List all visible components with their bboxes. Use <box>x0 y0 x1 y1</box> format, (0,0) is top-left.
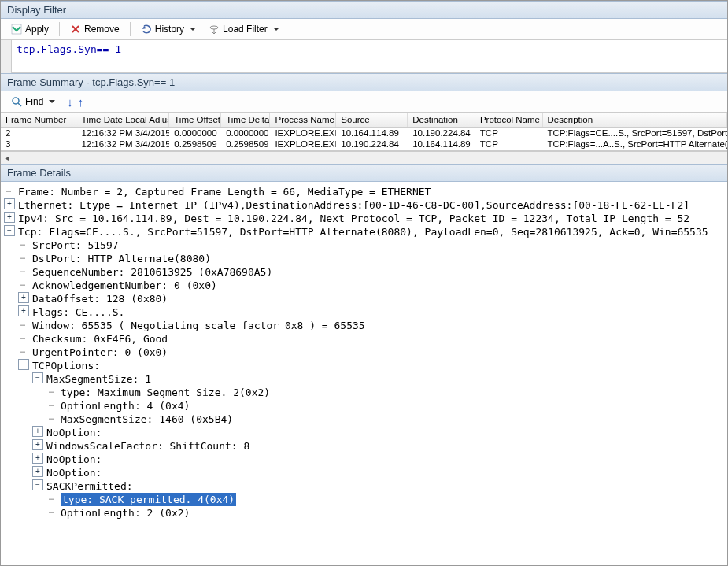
cell-frame-number: 3 <box>1 139 76 150</box>
tree-leaf-icon <box>18 319 29 330</box>
tree-node-sack-type[interactable]: type: SACK permitted. 4(0x4) <box>4 493 727 506</box>
tree-node-dataoffset[interactable]: +DataOffset: 128 (0x80) <box>4 292 727 305</box>
tree-node-tcp[interactable]: −Tcp: Flags=CE....S., SrcPort=51597, Dst… <box>4 225 727 239</box>
tree-expand-icon[interactable]: + <box>4 198 15 209</box>
col-delta[interactable]: Time Delta <box>221 113 270 127</box>
frame-details-title: Frame Details <box>1 164 727 182</box>
tree-expand-icon[interactable]: + <box>4 212 15 223</box>
tree-node-tcpoptions[interactable]: −TCPOptions: <box>4 359 727 372</box>
tree-node-sack-len[interactable]: OptionLength: 2 (0x2) <box>4 506 727 520</box>
selected-field: type: SACK permitted. 4(0x4) <box>61 493 236 506</box>
tree-leaf-icon <box>46 506 57 517</box>
tree-node-mss-type[interactable]: type: Maximum Segment Size. 2(0x2) <box>4 386 727 399</box>
apply-button[interactable]: Apply <box>6 21 54 37</box>
tree-node-mss-len[interactable]: OptionLength: 4 (0x4) <box>4 399 727 412</box>
col-time[interactable]: Time Date Local Adjusted <box>76 113 169 127</box>
cell-offset: 0.2598509 <box>169 139 221 150</box>
dropdown-caret-icon <box>273 28 279 31</box>
history-label: History <box>155 24 184 35</box>
tree-node-srcport[interactable]: SrcPort: 51597 <box>4 239 727 252</box>
cell-description: TCP:Flags=CE....S., SrcPort=51597, DstPo… <box>542 128 727 139</box>
frame-summary-title: Frame Summary - tcp.Flags.Syn== 1 <box>1 73 727 91</box>
tree-expand-icon[interactable]: + <box>18 305 29 316</box>
cell-protocol: TCP <box>475 128 543 139</box>
cell-delta: 0.0000000 <box>221 128 270 139</box>
svg-point-3 <box>210 26 218 29</box>
tree-leaf-icon <box>4 185 15 196</box>
tree-expand-icon[interactable]: + <box>32 439 43 450</box>
history-button[interactable]: History <box>135 21 201 37</box>
tree-node-ack[interactable]: AcknowledgementNumber: 0 (0x0) <box>4 279 727 292</box>
find-prev-button[interactable]: ↑ <box>78 96 84 108</box>
tree-node-frame[interactable]: Frame: Number = 2, Captured Frame Length… <box>4 185 727 198</box>
cell-frame-number: 2 <box>1 128 76 139</box>
tree-node-dstport[interactable]: DstPort: HTTP Alternate(8080) <box>4 252 727 265</box>
load-filter-button[interactable]: Load Filter <box>203 21 285 37</box>
find-next-button[interactable]: ↓ <box>67 96 73 108</box>
cell-protocol: TCP <box>475 139 543 150</box>
filter-expression-input[interactable]: tcp.Flags.Syn== 1 <box>12 40 727 73</box>
tree-collapse-icon[interactable]: − <box>4 225 15 236</box>
tree-node-mss[interactable]: −MaxSegmentSize: 1 <box>4 372 727 386</box>
tree-node-ethernet[interactable]: +Ethernet: Etype = Internet IP (IPv4),De… <box>4 198 727 212</box>
tree-node-window[interactable]: Window: 65535 ( Negotiating scale factor… <box>4 319 727 332</box>
svg-rect-0 <box>12 24 21 34</box>
tree-expand-icon[interactable]: + <box>18 292 29 303</box>
filter-gutter <box>1 40 12 73</box>
grid-header: Frame Number Time Date Local Adjusted Ti… <box>1 113 727 128</box>
cell-time: 12:16:32 PM 3/4/2015 <box>76 128 169 139</box>
table-row[interactable]: 2 12:16:32 PM 3/4/2015 0.0000000 0.00000… <box>1 128 727 139</box>
tree-node-ipv4[interactable]: +Ipv4: Src = 10.164.114.89, Dest = 10.19… <box>4 212 727 225</box>
tree-node-sack[interactable]: −SACKPermitted: <box>4 479 727 493</box>
cell-process: IEXPLORE.EXE <box>270 139 336 150</box>
cell-process: IEXPLORE.EXE <box>270 128 336 139</box>
scroll-left-icon[interactable]: ◄ <box>1 153 13 164</box>
apply-icon <box>11 24 22 35</box>
tree-node-noop3[interactable]: +NoOption: <box>4 466 727 479</box>
col-description[interactable]: Description <box>543 113 727 127</box>
cell-source: 10.164.114.89 <box>336 128 408 139</box>
tree-expand-icon[interactable]: + <box>32 426 43 437</box>
cell-source: 10.190.224.84 <box>336 139 408 150</box>
table-row[interactable]: 3 12:16:32 PM 3/4/2015 0.2598509 0.25985… <box>1 139 727 150</box>
dropdown-caret-icon <box>190 28 196 31</box>
tree-node-urgent[interactable]: UrgentPointer: 0 (0x0) <box>4 346 727 359</box>
col-protocol[interactable]: Protocol Name <box>475 113 543 127</box>
frame-summary-toolbar: Find ↓ ↑ <box>1 91 727 113</box>
dropdown-caret-icon <box>49 100 55 103</box>
tree-node-noop2[interactable]: +NoOption: <box>4 453 727 466</box>
cell-destination: 10.164.114.89 <box>408 139 475 150</box>
col-destination[interactable]: Destination <box>408 113 475 127</box>
tree-leaf-icon <box>18 265 29 276</box>
load-filter-icon <box>209 24 220 35</box>
tree-leaf-icon <box>18 332 29 343</box>
col-frame-number[interactable]: Frame Number <box>1 113 76 127</box>
tree-leaf-icon <box>46 386 57 397</box>
tree-node-mss-val[interactable]: MaxSegmentSize: 1460 (0x5B4) <box>4 412 727 426</box>
tree-expand-icon[interactable]: + <box>32 466 43 477</box>
col-process[interactable]: Process Name <box>270 113 336 127</box>
separator <box>130 22 131 36</box>
horizontal-scrollbar[interactable]: ◄ <box>1 151 727 164</box>
col-source[interactable]: Source <box>336 113 408 127</box>
cell-delta: 0.2598509 <box>221 139 270 150</box>
tree-collapse-icon[interactable]: − <box>32 479 43 490</box>
remove-icon <box>70 24 81 35</box>
frame-details-tree: Frame: Number = 2, Captured Frame Length… <box>1 182 727 523</box>
tree-expand-icon[interactable]: + <box>32 453 43 464</box>
tree-node-wsf[interactable]: +WindowsScaleFactor: ShiftCount: 8 <box>4 439 727 453</box>
col-offset[interactable]: Time Offset <box>169 113 221 127</box>
tree-collapse-icon[interactable]: − <box>18 359 29 370</box>
tree-collapse-icon[interactable]: − <box>32 372 43 383</box>
cell-time: 12:16:32 PM 3/4/2015 <box>76 139 169 150</box>
apply-label: Apply <box>25 24 49 35</box>
tree-node-flags[interactable]: +Flags: CE....S. <box>4 305 727 319</box>
remove-button[interactable]: Remove <box>65 21 125 37</box>
cell-description: TCP:Flags=...A..S., SrcPort=HTTP Alterna… <box>542 139 727 150</box>
find-button[interactable]: Find <box>6 94 61 109</box>
load-filter-label: Load Filter <box>223 24 268 35</box>
tree-node-noop1[interactable]: +NoOption: <box>4 426 727 439</box>
tree-leaf-icon <box>18 346 29 357</box>
tree-node-seq[interactable]: SequenceNumber: 2810613925 (0xA78690A5) <box>4 265 727 279</box>
tree-node-checksum[interactable]: Checksum: 0xE4F6, Good <box>4 332 727 346</box>
